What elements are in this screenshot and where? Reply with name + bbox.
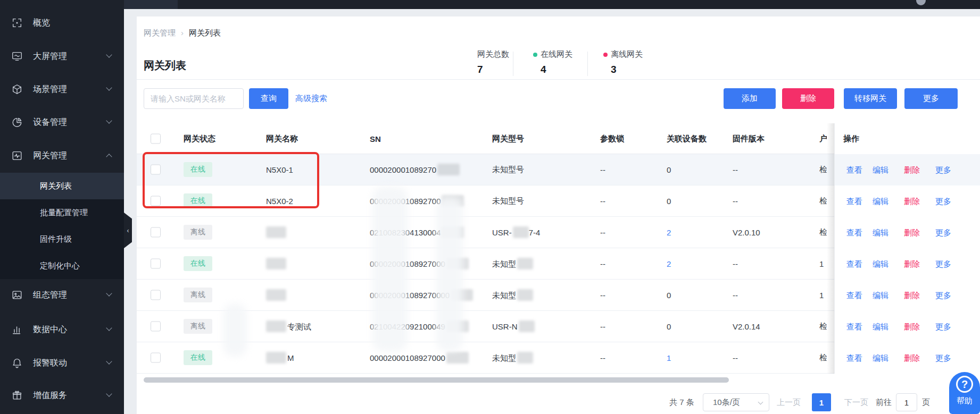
sidebar-item-firmware-upgrade[interactable]: 固件升级 bbox=[0, 226, 124, 252]
view-link[interactable]: 查看 bbox=[846, 259, 862, 269]
edit-link[interactable]: 编辑 bbox=[873, 259, 888, 269]
view-link[interactable]: 查看 bbox=[846, 227, 862, 238]
col-sn: SN bbox=[370, 134, 381, 143]
add-button[interactable]: 添加 bbox=[724, 88, 776, 109]
avatar[interactable] bbox=[916, 0, 926, 5]
row-checkbox[interactable] bbox=[151, 227, 161, 238]
view-link[interactable]: 查看 bbox=[846, 165, 862, 175]
more-button[interactable]: 更多 bbox=[904, 88, 958, 109]
page-size-value: 10条/页 bbox=[713, 398, 740, 408]
sidebar-item-configuration[interactable]: 组态管理 bbox=[0, 283, 124, 307]
edit-link[interactable]: 编辑 bbox=[873, 227, 888, 238]
delete-button[interactable]: 删除 bbox=[782, 88, 834, 109]
edit-link[interactable]: 编辑 bbox=[873, 290, 888, 300]
sidebar-item-batch-config[interactable]: 批量配置管理 bbox=[0, 199, 124, 226]
sidebar-item-data-center[interactable]: 数据中心 bbox=[0, 317, 124, 342]
col-device-count: 关联设备数 bbox=[667, 133, 707, 143]
sn-cell: 000020001089270 bbox=[370, 164, 460, 175]
search-input[interactable] bbox=[144, 88, 244, 109]
more-link[interactable]: 更多 bbox=[935, 290, 951, 300]
more-link[interactable]: 更多 bbox=[935, 353, 951, 363]
more-link[interactable]: 更多 bbox=[935, 227, 951, 238]
edit-link[interactable]: 编辑 bbox=[873, 353, 888, 363]
sidebar-item-customization[interactable]: 定制化中心 bbox=[0, 252, 124, 279]
stat-divider bbox=[587, 52, 588, 76]
top-tab[interactable] bbox=[124, 0, 178, 9]
stat-label: 在线网关 bbox=[541, 49, 572, 60]
device-count-cell[interactable]: 0 bbox=[667, 322, 671, 331]
row-checkbox[interactable] bbox=[151, 322, 161, 332]
sidebar-item-scene[interactable]: 场景管理 bbox=[0, 77, 124, 102]
sidebar-item-alarm[interactable]: 报警联动 bbox=[0, 351, 124, 375]
delete-link[interactable]: 删除 bbox=[904, 322, 920, 332]
table-row: 离线 0210082304130004 USR-7-4 -- 2 V2.0.10… bbox=[137, 217, 980, 248]
help-button[interactable]: ? 帮助 bbox=[949, 372, 980, 414]
page-size-select[interactable]: 10条/页 bbox=[703, 393, 769, 411]
more-link[interactable]: 更多 bbox=[935, 196, 951, 206]
delete-link[interactable]: 删除 bbox=[904, 353, 920, 363]
view-link[interactable]: 查看 bbox=[846, 353, 862, 363]
sidebar-label: 网关管理 bbox=[33, 150, 67, 162]
submenu-label: 批量配置管理 bbox=[40, 208, 88, 218]
redaction-blur bbox=[446, 352, 469, 364]
row-checkbox[interactable] bbox=[151, 353, 161, 363]
table-row: 离线 专测试 02100422092100049 USR-N -- 0 V2.0… bbox=[137, 311, 980, 342]
horizontal-scrollbar[interactable] bbox=[144, 377, 729, 383]
breadcrumb-root[interactable]: 网关管理 bbox=[144, 28, 176, 37]
edit-link[interactable]: 编辑 bbox=[873, 165, 888, 175]
delete-link[interactable]: 删除 bbox=[904, 165, 920, 175]
delete-link[interactable]: 删除 bbox=[904, 290, 920, 300]
model-cell: 未知型 bbox=[492, 258, 533, 269]
goto-page-input[interactable] bbox=[896, 393, 917, 411]
edit-link[interactable]: 编辑 bbox=[873, 322, 888, 332]
table-header: 网关状态 网关名称 SN 网关型号 参数锁 关联设备数 固件版本 户 操作 bbox=[137, 123, 980, 154]
device-count-cell[interactable]: 0 bbox=[667, 197, 671, 206]
view-link[interactable]: 查看 bbox=[846, 290, 862, 300]
more-link[interactable]: 更多 bbox=[935, 322, 951, 332]
goto-label: 前往 bbox=[876, 393, 892, 411]
gift-icon bbox=[11, 389, 23, 402]
stat-value: 7 bbox=[477, 64, 509, 75]
view-link[interactable]: 查看 bbox=[846, 322, 862, 332]
sidebar-collapse-handle[interactable]: ‹ bbox=[124, 213, 132, 248]
more-link[interactable]: 更多 bbox=[935, 165, 951, 175]
next-page-button[interactable]: 下一页 bbox=[844, 393, 868, 411]
chevron-down-icon bbox=[758, 400, 763, 405]
delete-link[interactable]: 删除 bbox=[904, 259, 920, 269]
search-button[interactable]: 查询 bbox=[249, 88, 288, 109]
transfer-gateway-button[interactable]: 转移网关 bbox=[844, 88, 897, 109]
view-link[interactable]: 查看 bbox=[846, 196, 862, 206]
sidebar-item-gateway[interactable]: 网关管理 bbox=[0, 143, 124, 168]
submenu-label: 网关列表 bbox=[40, 181, 72, 191]
row-checkbox[interactable] bbox=[151, 290, 161, 300]
prev-page-button[interactable]: 上一页 bbox=[777, 393, 801, 411]
col-status: 网关状态 bbox=[184, 133, 215, 143]
model-cell: 未知型 bbox=[492, 352, 533, 364]
pie-chart-icon bbox=[11, 116, 23, 129]
row-checkbox[interactable] bbox=[151, 259, 161, 269]
device-count-cell[interactable]: 0 bbox=[667, 165, 671, 174]
delete-link[interactable]: 删除 bbox=[904, 196, 920, 206]
col-name: 网关名称 bbox=[266, 133, 298, 143]
row-checkbox[interactable] bbox=[151, 196, 161, 206]
delete-link[interactable]: 删除 bbox=[904, 227, 920, 238]
device-count-cell[interactable]: 0 bbox=[667, 291, 671, 300]
device-count-cell[interactable]: 1 bbox=[667, 353, 671, 362]
sidebar-item-overview[interactable]: 概览 bbox=[0, 11, 124, 35]
sidebar-item-device[interactable]: 设备管理 bbox=[0, 110, 124, 134]
advanced-search-link[interactable]: 高级搜索 bbox=[295, 94, 327, 104]
gateway-name-cell bbox=[266, 226, 287, 238]
device-count-cell[interactable]: 2 bbox=[667, 228, 671, 237]
sidebar-item-bigscreen[interactable]: 大屏管理 bbox=[0, 44, 124, 69]
select-all-checkbox[interactable] bbox=[151, 133, 161, 143]
sidebar-item-value-added[interactable]: 增值服务 bbox=[0, 383, 124, 408]
row-checkbox[interactable] bbox=[151, 165, 161, 175]
sn-cell: 0000200010892700 bbox=[370, 195, 464, 207]
device-count-cell[interactable]: 2 bbox=[667, 259, 671, 268]
param-lock-cell: -- bbox=[600, 197, 605, 206]
more-link[interactable]: 更多 bbox=[935, 259, 951, 269]
sidebar-item-gateway-list[interactable]: 网关列表 bbox=[0, 173, 124, 199]
param-lock-cell: -- bbox=[600, 353, 605, 362]
current-page-button[interactable]: 1 bbox=[812, 393, 831, 411]
edit-link[interactable]: 编辑 bbox=[873, 196, 888, 206]
